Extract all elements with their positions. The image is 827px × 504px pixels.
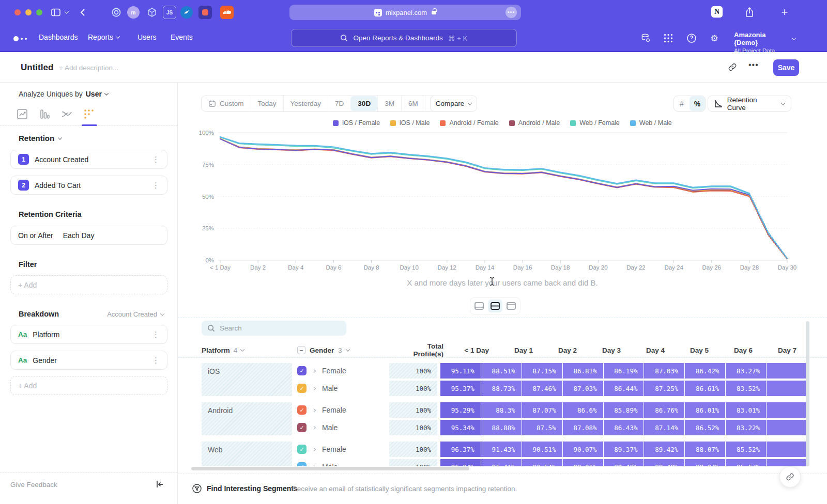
expand-row-icon[interactable] [312,386,316,390]
layout-chart-only-button[interactable] [472,300,486,312]
unit-absolute-button[interactable]: # [674,96,690,111]
retention-section-header[interactable]: Retention [19,134,62,143]
compare-button[interactable]: Compare [430,96,477,112]
tab-flows[interactable] [61,108,73,121]
day-column-header[interactable]: Day 7 [760,346,804,354]
data-management-icon[interactable] [639,32,652,45]
analyze-uniques-control[interactable]: Analyze Uniques by User [19,90,108,98]
app-icon-soundcloud[interactable] [220,6,234,19]
breakdown-card-platform[interactable]: Aa Platform ⋮ [10,325,167,344]
range-7d[interactable]: 7D [328,96,350,111]
analyze-value[interactable]: User [86,90,102,98]
legend-item-web-female[interactable]: Web / Female [570,119,620,127]
nav-dashboards[interactable]: Dashboards [39,33,78,41]
day-column-header[interactable]: Day 3 [585,346,628,354]
series-checkbox[interactable]: ✓ [297,384,307,393]
tab-insights[interactable] [17,108,29,121]
legend-item-web-male[interactable]: Web / Male [630,119,672,127]
minimize-window-button[interactable] [25,9,32,15]
chart-type-selector[interactable]: Retention Curve [708,96,791,112]
criteria-interval[interactable]: Each Day [63,231,95,240]
tab-funnels[interactable] [39,108,51,121]
range-custom[interactable]: Custom [202,96,251,111]
legend-item-ios-male[interactable]: iOS / Male [390,119,430,127]
column-gender[interactable]: – Gender 3 [297,346,398,354]
range-today[interactable]: Today [251,96,283,111]
app-icon-cube[interactable] [145,6,159,19]
app-icon-record[interactable] [198,6,212,19]
chevron-down-icon[interactable] [63,6,70,19]
legend-item-android-female[interactable]: Android / Female [440,119,498,127]
expand-row-icon[interactable] [312,465,316,466]
nav-reports[interactable]: Reports [88,33,119,41]
vertical-scrollbar[interactable] [806,321,809,466]
series-checkbox[interactable]: ✓ [297,423,307,432]
apps-grid-icon[interactable] [662,32,675,45]
series-checkbox[interactable]: ✓ [297,366,307,375]
report-description-placeholder[interactable]: + Add description... [59,64,118,72]
app-icon-m[interactable]: m [127,6,140,19]
kebab-menu-icon[interactable]: ⋮ [152,155,160,164]
tab-retention[interactable] [83,108,96,121]
table-search[interactable] [202,321,346,336]
back-icon[interactable] [76,6,89,19]
range-30d[interactable]: 30D [350,96,377,111]
nav-users[interactable]: Users [137,33,157,41]
nav-events[interactable]: Events [171,33,193,41]
criteria-mode[interactable]: On or After [18,231,53,240]
column-total-profiles[interactable]: Total Profile(s) [398,342,450,358]
day-column-header[interactable]: Day 1 [497,346,540,354]
expand-row-icon[interactable] [312,408,316,412]
range-3m[interactable]: 3M [377,96,401,111]
zoom-window-button[interactable] [36,9,42,15]
add-breakdown-button[interactable]: + Add [10,376,167,395]
day-column-header[interactable]: Day 2 [541,346,584,354]
more-options-icon[interactable]: ••• [748,60,760,72]
address-bar[interactable]: mixpanel.com ••• [289,5,521,20]
sidebar-toggle-icon[interactable] [50,6,62,19]
project-switcher[interactable]: Amazonia {Demo} All Project Data [734,31,788,54]
segments-title[interactable]: Find Interesting Segments [207,484,298,493]
day-column-header[interactable]: < 1 Day [453,346,496,354]
retention-criteria-card[interactable]: On or After Each Day [10,226,167,245]
share-link-fab[interactable] [779,466,801,487]
legend-item-android-male[interactable]: Android / Male [509,119,560,127]
site-options-icon[interactable]: ••• [506,7,517,18]
mixpanel-logo[interactable] [13,36,27,41]
new-tab-icon[interactable]: + [778,6,791,19]
give-feedback-link[interactable]: Give Feedback [10,481,57,489]
step-card-2[interactable]: 2 Added To Cart ⋮ [10,176,167,195]
help-icon[interactable] [685,32,698,45]
horizontal-scrollbar[interactable] [191,467,469,470]
range-yesterday[interactable]: Yesterday [283,96,328,111]
share-icon[interactable] [743,6,756,19]
breakdown-event-selector[interactable]: Account Created [107,310,164,318]
table-search-input[interactable] [220,324,333,332]
global-search[interactable]: Open Reports & Dashboards ⌘ + K [291,29,517,47]
close-window-button[interactable] [14,9,21,15]
column-platform[interactable]: Platform 4 [202,346,297,354]
series-checkbox[interactable]: ✓ [297,405,307,415]
day-column-header[interactable]: Day 5 [672,346,716,354]
kebab-menu-icon[interactable]: ⋮ [152,330,160,339]
range-6m[interactable]: 6M [401,96,425,111]
add-filter-button[interactable]: + Add [10,275,167,294]
legend-item-ios-female[interactable]: iOS / Female [333,119,380,127]
unit-percent-button[interactable]: % [690,96,705,111]
expand-row-icon[interactable] [312,447,316,451]
series-checkbox[interactable]: ✓ [297,462,307,466]
app-icon-target[interactable] [110,6,123,19]
layout-split-button[interactable] [488,300,502,312]
kebab-menu-icon[interactable]: ⋮ [152,181,160,190]
layout-table-only-button[interactable] [504,300,518,312]
select-all-checkbox[interactable]: – [297,346,305,354]
step-card-1[interactable]: 1 Account Created ⋮ [10,150,167,169]
breakdown-card-gender[interactable]: Aa Gender ⋮ [10,351,167,370]
notion-extension-icon[interactable]: N [711,6,723,18]
copy-link-icon[interactable] [728,62,739,74]
save-button[interactable]: Save [773,59,799,76]
collapse-sidebar-icon[interactable] [155,480,165,490]
expand-row-icon[interactable] [312,426,316,429]
day-column-header[interactable]: Day 6 [716,346,760,354]
app-icon-js[interactable]: JS [163,6,176,19]
